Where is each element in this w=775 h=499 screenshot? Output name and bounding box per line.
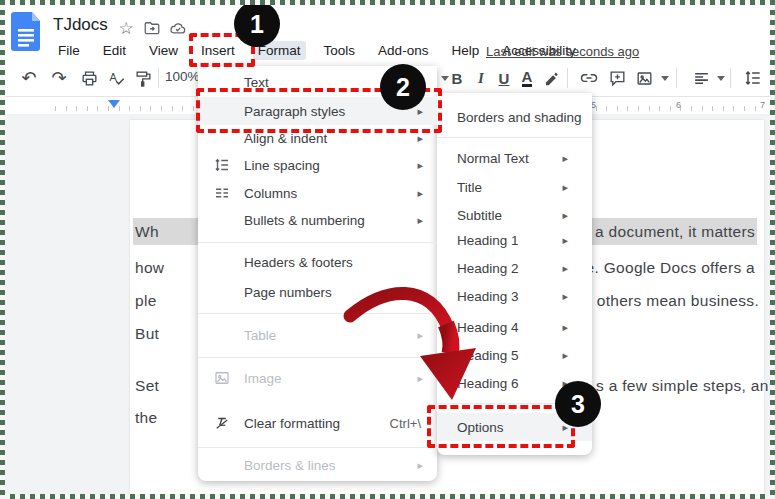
screenshot-border xyxy=(0,494,775,499)
step-badge-3: 3 xyxy=(555,381,601,427)
submenu-item-subtitle[interactable]: Subtitle▸ xyxy=(437,201,592,229)
doc-text: ing a document, it matters xyxy=(569,218,755,245)
insert-link-icon[interactable] xyxy=(576,65,602,91)
menu-view[interactable]: View xyxy=(144,41,183,60)
submenu-item-title[interactable]: Title▸ xyxy=(437,173,592,201)
doc-text: But xyxy=(135,320,159,347)
submenu-item-normal-text[interactable]: Normal Text▸ xyxy=(437,144,592,172)
line-spacing-icon[interactable] xyxy=(740,65,766,91)
undo-icon[interactable]: ↶ xyxy=(16,65,42,91)
submenu-arrow-icon: ▸ xyxy=(562,290,568,303)
submenu-arrow-icon: ▸ xyxy=(562,234,568,247)
star-icon[interactable]: ☆ xyxy=(116,18,136,38)
last-edit-link[interactable]: Last edit was seconds ago xyxy=(486,44,639,59)
submenu-arrow-icon: ▸ xyxy=(562,209,568,222)
doc-text: the xyxy=(135,404,157,431)
shortcut-label: Ctrl+\ xyxy=(390,416,421,431)
doc-text: ple xyxy=(135,287,157,314)
menu-separator xyxy=(198,242,437,243)
menu-file[interactable]: File xyxy=(53,41,85,60)
highlight-color-icon[interactable] xyxy=(538,65,564,91)
submenu-item-heading-1[interactable]: Heading 1▸ xyxy=(437,226,592,254)
svg-text:A: A xyxy=(110,71,118,83)
add-comment-icon[interactable] xyxy=(604,65,630,91)
menu-item-line-spacing[interactable]: Line spacing▸ xyxy=(198,151,437,179)
toolbar-separator xyxy=(158,68,159,88)
menu-edit[interactable]: Edit xyxy=(98,41,131,60)
menu-item-columns[interactable]: Columns▸ xyxy=(198,179,437,207)
submenu-item-borders-shading[interactable]: Borders and shading xyxy=(437,103,592,131)
submenu-arrow-icon: ▸ xyxy=(562,262,568,275)
submenu-arrow-icon: ▸ xyxy=(417,132,423,145)
google-docs-logo-icon[interactable] xyxy=(11,12,41,52)
toolbar-separator xyxy=(567,68,568,88)
menu-separator xyxy=(437,137,592,138)
ruler-number: 7 xyxy=(760,100,765,110)
spellcheck-icon[interactable]: A xyxy=(104,65,130,91)
text-color-button[interactable]: A xyxy=(514,65,540,91)
step-badge-2: 2 xyxy=(380,64,426,110)
image-chevron-icon[interactable] xyxy=(652,65,678,91)
doc-text: Set xyxy=(135,372,159,399)
paint-format-icon[interactable] xyxy=(130,65,156,91)
doc-text: how xyxy=(135,254,164,281)
image-icon xyxy=(210,368,234,388)
screenshot-border xyxy=(0,0,5,499)
doc-text: hilst others mean business. xyxy=(563,287,759,314)
submenu-arrow-icon: ▸ xyxy=(417,214,423,227)
doc-text: Wh xyxy=(135,218,159,245)
screenshot-border xyxy=(770,0,775,499)
submenu-arrow-icon: ▸ xyxy=(417,187,423,200)
toolbar-separator xyxy=(730,68,731,88)
clear-formatting-icon xyxy=(210,413,234,433)
indent-marker[interactable] xyxy=(108,100,120,108)
screenshot-border xyxy=(0,0,775,5)
menu-item-bullets-numbering[interactable]: Bullets & numbering▸ xyxy=(198,206,437,234)
menu-item-borders-lines: Borders & lines▸ xyxy=(198,451,437,479)
menu-addons[interactable]: Add-ons xyxy=(373,41,433,60)
submenu-arrow-icon: ▸ xyxy=(562,321,568,334)
callout-box-options xyxy=(427,405,575,448)
menu-help[interactable]: Help xyxy=(446,41,484,60)
bold-button[interactable]: B xyxy=(444,65,470,91)
menu-tools[interactable]: Tools xyxy=(319,41,361,60)
move-folder-icon[interactable] xyxy=(142,18,162,38)
toolbar-separator xyxy=(676,68,677,88)
doc-text: s a few simple steps, an xyxy=(596,372,769,399)
submenu-arrow-icon: ▸ xyxy=(417,159,423,172)
ruler-number: 6 xyxy=(676,100,681,110)
google-docs-window: TJdocs ☆ File Edit View Insert Format To… xyxy=(0,0,775,499)
print-icon[interactable] xyxy=(76,65,102,91)
redo-icon[interactable]: ↷ xyxy=(46,65,72,91)
submenu-arrow-icon: ▸ xyxy=(562,152,568,165)
columns-icon xyxy=(210,183,234,203)
submenu-arrow-icon: ▸ xyxy=(562,349,568,362)
document-title[interactable]: TJdocs xyxy=(53,15,108,35)
menu-separator xyxy=(198,447,437,448)
submenu-arrow-icon: ▸ xyxy=(562,181,568,194)
cloud-saved-icon[interactable] xyxy=(168,18,188,38)
step-badge-1: 1 xyxy=(234,1,280,47)
line-spacing-icon xyxy=(210,155,234,175)
red-curved-arrow xyxy=(325,266,495,416)
submenu-arrow-icon: ▸ xyxy=(417,459,423,472)
